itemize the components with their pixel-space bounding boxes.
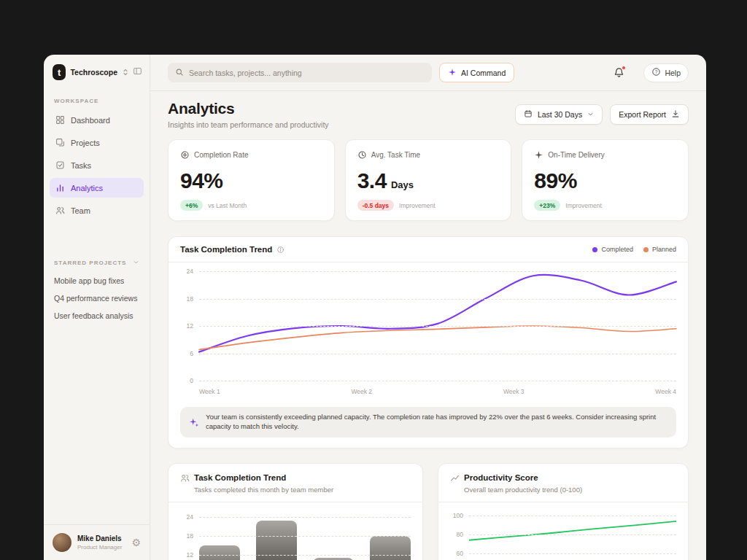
x-axis-tick: Week 4 [655,388,676,395]
legend-item-planned: Planned [643,246,676,253]
gridline [199,354,676,354]
gridline [199,299,676,300]
bar [199,545,240,560]
stat-caption: Improvement [565,202,602,209]
sidebar: t Techroscope WORKSPACE Dashboard Projec… [44,55,150,560]
legend-dot [643,247,649,252]
gridline [199,381,676,381]
line-chart-plot [199,271,676,381]
date-range-button[interactable]: Last 30 Days [515,104,603,125]
starred-project-item[interactable]: User feedback analysis [44,307,150,324]
page-title: Analytics [168,100,329,117]
legend-item-completed: Completed [592,246,633,253]
team-icon [55,206,65,215]
user-profile[interactable]: Mike Daniels Product Manager ⚙ [44,524,150,560]
member-bar-chart-card: Task Completion Trend Tasks completed th… [168,463,423,560]
bottom-cards-row: Task Completion Trend Tasks completed th… [168,463,689,560]
gridline [199,555,411,556]
notifications-bell[interactable] [614,67,624,78]
page-subtitle: Insights into team performance and produ… [168,120,329,129]
sparkle-icon [534,150,543,160]
bar-chart-plot [199,511,411,560]
user-role: Product Manager [77,544,122,551]
sidebar-item-dashboard[interactable]: Dashboard [50,110,144,130]
gridline [199,517,411,518]
app-logo-letter: t [58,67,61,78]
y-axis: 241812 [180,511,199,560]
stat-caption: vs Last Month [208,202,247,209]
y-axis: 24181260 [180,271,199,381]
card-title: Task Completion Trend [194,473,286,482]
question-icon: ? [651,67,661,78]
sidebar-item-label: Team [71,206,90,215]
chevron-down-icon [587,110,594,119]
bar [256,521,297,560]
main-area: Search tasks, projects... anything AI Co… [150,55,706,560]
sidebar-item-label: Dashboard [71,116,110,125]
status-badge: +6% [180,200,203,211]
info-icon[interactable] [276,246,285,254]
y-axis-tick: 80 [457,531,463,538]
ai-command-button[interactable]: AI Command [439,63,514,82]
search-input[interactable]: Search tasks, projects... anything [168,63,432,82]
x-axis-tick: Week 3 [503,388,525,395]
target-icon [180,150,190,160]
y-axis-tick: 24 [187,268,193,275]
y-axis: 1008060 [450,511,469,560]
sidebar-header: t Techroscope [44,55,150,88]
gridline [469,534,676,535]
stat-label: Completion Rate [194,151,248,159]
x-axis-tick: Week 2 [351,388,372,395]
status-badge: -0.5 days [357,200,394,211]
bar [370,536,411,560]
stat-value: 89% [534,168,676,193]
gridline [199,536,411,537]
workspace-switcher-icon[interactable] [123,66,128,79]
sidebar-item-projects[interactable]: Projects [50,133,144,152]
stat-cards-row: Completion Rate 94% +6%vs Last Month Avg… [168,139,689,221]
card-subtitle: Overall team productivity trend (0-100) [464,486,676,494]
line-series-planned [199,326,676,350]
y-axis-tick: 100 [453,512,463,519]
avatar [53,533,71,552]
stat-caption: Improvement [399,202,436,209]
analytics-icon [55,183,65,192]
app-window: t Techroscope WORKSPACE Dashboard Projec… [44,55,706,560]
search-placeholder: Search tasks, projects... anything [189,69,302,77]
sidebar-item-analytics[interactable]: Analytics [50,178,144,198]
gridline [469,516,676,516]
export-report-button[interactable]: Export Report [610,104,689,125]
topbar: Search tasks, projects... anything AI Co… [150,55,706,91]
page-header: Analytics Insights into team performance… [168,100,689,129]
y-axis-tick: 12 [187,322,193,330]
sparkle-icon [448,68,457,78]
sidebar-item-tasks[interactable]: Tasks [50,155,144,175]
stat-card-avg-task-time: Avg. Task Time 3.4Days -0.5 daysImprovem… [345,139,512,221]
starred-project-item[interactable]: Mobile app bug fixes [44,272,150,289]
help-button[interactable]: ? Help [643,63,689,82]
starred-project-item[interactable]: Q4 performance reviews [44,289,150,307]
stat-label: On-Time Delivery [548,151,604,159]
line-series-score [469,521,676,540]
trend-chart-card: Task Completion Trend Completed Planned … [168,236,689,448]
team-icon [180,473,190,483]
gear-icon[interactable]: ⚙ [131,537,141,548]
page-content: Analytics Insights into team performance… [150,91,706,560]
y-axis-tick: 12 [187,551,193,559]
ai-sparkle-icon [189,417,199,427]
calendar-icon [524,109,533,120]
user-name: Mike Daniels [77,534,122,544]
gridline [199,326,676,327]
starred-section-label[interactable]: STARRED PROJECTS [44,249,150,272]
status-badge: +23% [534,200,560,211]
line-chart-plot [469,511,676,560]
trend-line-icon [450,473,460,483]
collapse-sidebar-icon[interactable] [133,66,142,79]
sidebar-item-team[interactable]: Team [50,201,144,220]
productivity-chart-card: Productivity Score Overall team producti… [438,463,689,560]
chevron-down-icon [133,259,139,267]
insight-text: Your team is consistently exceeding plan… [206,413,667,432]
stat-card-on-time-delivery: On-Time Delivery 89% +23%Improvement [522,139,689,221]
legend-dot [592,247,597,252]
ai-insight-bar: Your team is consistently exceeding plan… [180,407,676,438]
